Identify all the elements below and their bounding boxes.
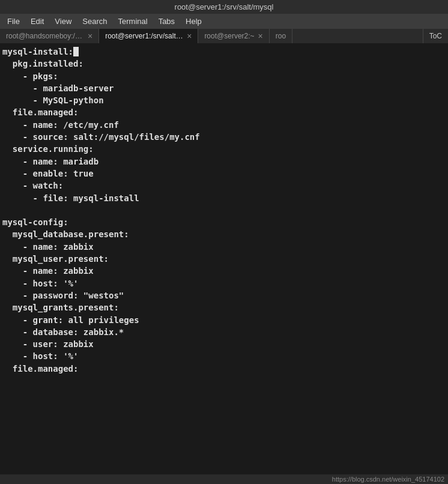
tab-2-label: root@server2:~: [204, 32, 254, 40]
menu-file[interactable]: File: [2, 15, 25, 28]
tab-0-close[interactable]: ×: [88, 32, 92, 40]
menu-view[interactable]: View: [50, 15, 76, 28]
window-title: root@server1:/srv/salt/mysql: [175, 2, 274, 11]
tab-3-label: roo: [276, 32, 286, 40]
menu-search[interactable]: Search: [77, 15, 112, 28]
title-bar: root@server1:/srv/salt/mysql: [0, 0, 448, 14]
menu-terminal[interactable]: Terminal: [114, 15, 153, 28]
menu-tabs[interactable]: Tabs: [154, 15, 180, 28]
menu-help[interactable]: Help: [181, 15, 207, 28]
tab-1[interactable]: root@server1:/srv/salt/... ×: [99, 29, 198, 43]
tab-1-close[interactable]: ×: [187, 32, 192, 40]
tab-0-label: root@handsomeboy:/et...: [6, 32, 84, 40]
status-url: https://blog.csdn.net/weixin_45174102: [332, 476, 444, 483]
terminal: mysql-install: pkg.installed: - pkgs: - …: [0, 43, 448, 474]
menu-edit[interactable]: Edit: [26, 15, 49, 28]
tab-0[interactable]: root@handsomeboy:/et... ×: [0, 29, 99, 43]
tab-2-close[interactable]: ×: [258, 32, 263, 40]
toc-label: ToC: [429, 32, 442, 40]
toc-button[interactable]: ToC: [423, 29, 448, 43]
tab-2[interactable]: root@server2:~ ×: [198, 29, 269, 43]
tab-1-label: root@server1:/srv/salt/...: [105, 32, 183, 40]
terminal-content: mysql-install: pkg.installed: - pkgs: - …: [2, 46, 446, 375]
tab-bar: root@handsomeboy:/et... × root@server1:/…: [0, 29, 448, 43]
menu-bar: File Edit View Search Terminal Tabs Help: [0, 14, 448, 29]
tab-3[interactable]: roo: [270, 29, 292, 43]
status-bar: https://blog.csdn.net/weixin_45174102: [0, 474, 448, 484]
